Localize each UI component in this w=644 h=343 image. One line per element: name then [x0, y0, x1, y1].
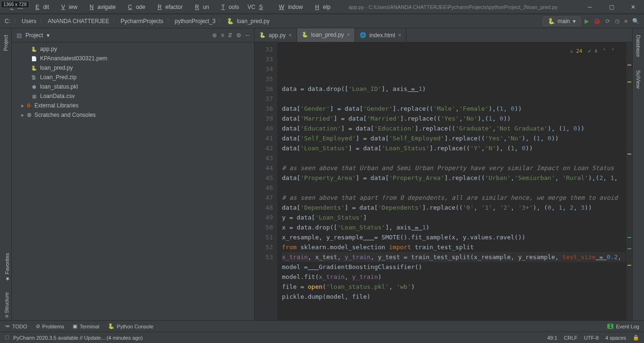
project-tool-button[interactable]: Project [2, 32, 9, 54]
window-title: app.py - C:\Users\ANANDA CHATTERJEE\Pych… [348, 4, 558, 10]
favorites-tool-button[interactable]: ≡ Structure [3, 290, 10, 319]
code-content[interactable]: data = data.drop(['Loan_ID'], axis = 1) … [277, 42, 626, 320]
menu-edit[interactable]: Edit [28, 2, 53, 12]
lock-icon[interactable]: 🔒 [633, 335, 639, 341]
stop-icon[interactable]: ■ [624, 18, 627, 24]
code-line[interactable]: data['Self_Employed'] = data['Self_Emplo… [282, 133, 626, 143]
menu-run[interactable]: Run [188, 2, 213, 12]
ide-hint-icon[interactable]: ☐ [5, 335, 9, 341]
code-line[interactable]: y = data['Loan_Status'] [282, 212, 626, 222]
minimize-button[interactable]: ─ [579, 0, 601, 14]
code-line[interactable] [282, 183, 626, 193]
code-line[interactable]: model = GradientBoostingClassifier() [282, 262, 626, 272]
gear-icon[interactable]: ⚙ [236, 32, 241, 39]
run-coverage-icon[interactable]: ⟳ [605, 18, 610, 24]
breadcrumb-segment[interactable]: C: [5, 18, 10, 24]
code-area[interactable]: 32 33 34 35 36 37 38 39 40 41 42 43 44 4… [255, 42, 632, 320]
locate-icon[interactable]: ⊕ [212, 32, 217, 39]
menu-navigate[interactable]: Navigate [82, 2, 119, 12]
code-line[interactable]: data['Property_Area'] = data['Property_A… [282, 173, 626, 183]
tree-item[interactable]: 🐍app.py [12, 44, 254, 54]
caret-position[interactable]: 49:1 [547, 335, 557, 341]
breadcrumb-segment[interactable]: PycharmProjects [121, 18, 164, 24]
tree-root-label: Scratches and Consoles [34, 112, 96, 118]
tree-item[interactable]: 🐍loan_pred.py [12, 63, 254, 73]
tree-item[interactable]: 📄KPAnandatest030321.pem [12, 54, 254, 63]
menu-code[interactable]: Code [120, 2, 149, 12]
tree-root[interactable]: ▸⊪External Libraries [12, 101, 254, 110]
code-line[interactable]: # as seen above that apart from 0 depend… [282, 193, 626, 203]
inspection-widget[interactable]: ⚠ 24 ✔ 4 ˄ ˅ [568, 45, 616, 57]
menu-refactor[interactable]: Refactor [150, 2, 186, 12]
maximize-button[interactable]: ▢ [601, 0, 622, 14]
chevron-right-icon: ▸ [21, 102, 24, 109]
profile-icon[interactable]: ◷ [615, 18, 619, 24]
code-line[interactable]: from sklearn.model_selection import trai… [282, 242, 626, 252]
play-icon[interactable]: ▶ [585, 18, 589, 24]
hide-panel-icon[interactable]: ─ [245, 32, 249, 39]
breadcrumb-segment[interactable]: loan_pred.py [237, 18, 269, 24]
sciview-tool-button[interactable]: SciView [635, 67, 642, 91]
code-line[interactable]: data['Dependents'] = data['Dependents'].… [282, 203, 626, 212]
breadcrumb[interactable]: C:〉Users〉ANANDA CHATTERJEE〉PycharmProjec… [5, 17, 270, 25]
terminal-button[interactable]: ▣Terminal [73, 323, 99, 329]
file-encoding[interactable]: UTF-8 [584, 335, 599, 341]
tab-loan_predpy[interactable]: 🐍loan_pred.py× [297, 28, 355, 42]
menu-vcs[interactable]: VCS [244, 2, 271, 12]
indent-settings[interactable]: 4 spaces [605, 335, 626, 341]
code-line[interactable]: model.fit(x_train, y_train) [282, 272, 626, 282]
code-line[interactable]: x_train, x_test, y_train, y_test = train… [282, 252, 626, 262]
tab-indexhtml[interactable]: 🌐index.html× [355, 28, 406, 42]
expand-all-icon[interactable]: ≡ [221, 32, 224, 39]
debug-icon[interactable]: 🐞 [594, 18, 601, 24]
search-icon[interactable]: 🔍 [632, 18, 639, 24]
chevron-down-icon[interactable]: ˅ [611, 46, 614, 56]
close-icon[interactable]: × [289, 32, 292, 39]
event-log-button[interactable]: 1 Event Log [607, 324, 639, 329]
code-line[interactable] [282, 153, 626, 163]
tab-apppy[interactable]: 🐍app.py× [255, 28, 297, 42]
code-line[interactable]: # as seen above that Urban and Semi Urba… [282, 163, 626, 173]
code-line[interactable]: data['Loan_Status'] = data['Loan_Status'… [282, 143, 626, 153]
window-controls: ─ ▢ ✕ [579, 0, 644, 14]
menu-tools[interactable]: Tools [214, 2, 243, 12]
code-line[interactable]: data['Education'] = data['Education'].re… [282, 123, 626, 133]
code-line[interactable]: file = open('loan_status.pkl', 'wb') [282, 282, 626, 292]
code-line[interactable]: data['Married'] = data['Married'].replac… [282, 114, 626, 123]
breadcrumb-segment[interactable]: pythonProject_3 [175, 18, 216, 24]
code-line[interactable]: x = data.drop(['Loan_Status'], axis = 1) [282, 222, 626, 232]
collapse-all-icon[interactable]: ⇵ [228, 32, 232, 39]
status-message[interactable]: PyCharm 2020.3.5 available // Update... … [13, 335, 143, 341]
code-line[interactable]: data['Gender'] = data['Gender'].replace(… [282, 104, 626, 114]
chevron-up-icon[interactable]: ˄ [603, 46, 606, 56]
error-stripe[interactable] [626, 42, 632, 320]
breadcrumb-segment[interactable]: ANANDA CHATTERJEE [48, 18, 109, 24]
line-separator[interactable]: CRLF [564, 335, 578, 341]
run-config-selector[interactable]: 🐍 main ▾ [543, 16, 581, 26]
breadcrumb-segment[interactable]: Users [22, 18, 36, 24]
tree-item[interactable]: ⬢loan_status.pkl [12, 82, 254, 91]
chevron-right-icon: 〉 [13, 17, 19, 25]
tree-item[interactable]: ▦LoanData.csv [12, 91, 254, 101]
problems-button[interactable]: ⊘Problems [36, 323, 64, 329]
database-tool-button[interactable]: Database [635, 32, 642, 60]
project-tree[interactable]: 🐍app.py📄KPAnandatest030321.pem🐍loan_pred… [12, 42, 254, 122]
code-line[interactable]: x_resample, y_resample = SMOTE().fit_sam… [282, 232, 626, 242]
code-line[interactable]: data = data.drop(['Loan_ID'], axis = 1) [282, 84, 626, 94]
close-icon[interactable]: × [347, 32, 350, 38]
menu-view[interactable]: View [54, 2, 81, 12]
gutter[interactable]: 32 33 34 35 36 37 38 39 40 41 42 43 44 4… [255, 42, 277, 320]
todo-button[interactable]: ≔TODO [5, 323, 27, 329]
python-console-button[interactable]: 🐍Python Console [108, 323, 154, 329]
code-line[interactable]: pickle.dump(model, file) [282, 292, 626, 302]
chevron-down-icon[interactable]: ▾ [47, 32, 50, 39]
close-button[interactable]: ✕ [622, 0, 644, 14]
tree-root[interactable]: ▸⊚Scratches and Consoles [12, 110, 254, 120]
code-line[interactable] [282, 94, 626, 104]
tool-window-bar: ≔TODO ⊘Problems ▣Terminal 🐍Python Consol… [0, 320, 644, 332]
tree-item[interactable]: 🗜Loan_Pred.zip [12, 73, 254, 82]
structure-tool-button[interactable]: ★ Favorites [3, 251, 11, 284]
menu-window[interactable]: Window [272, 2, 307, 12]
close-icon[interactable]: × [398, 32, 401, 39]
menu-help[interactable]: Help [307, 2, 334, 12]
